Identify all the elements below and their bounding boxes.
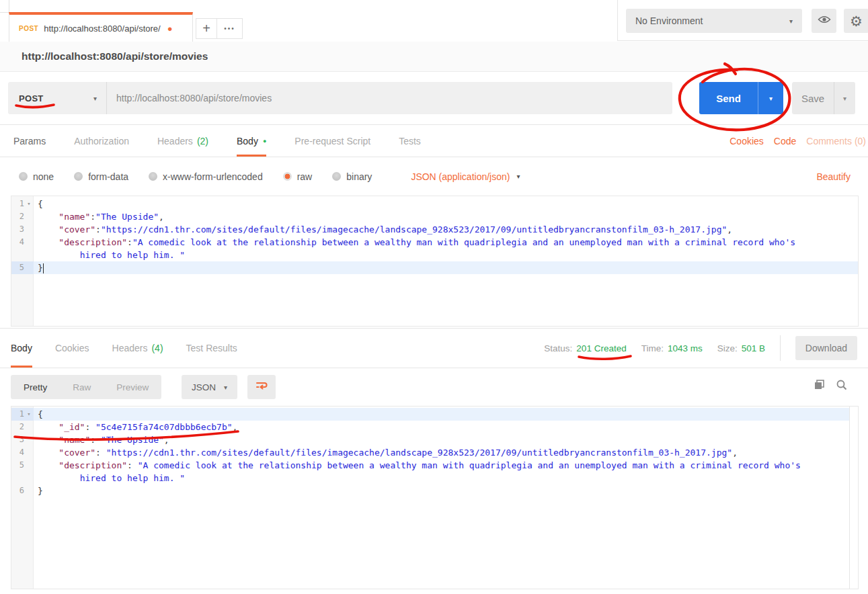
code-line[interactable]: 2 "_id": "5c4e715fa74c07dbbb6ecb7b", xyxy=(11,421,858,433)
code-line[interactable]: 5} xyxy=(11,261,858,274)
body-mode-none[interactable]: none xyxy=(19,171,54,182)
token xyxy=(38,448,58,458)
response-format-selector[interactable]: JSON ▾ xyxy=(182,375,237,399)
token: "A comedic look at the relationship betw… xyxy=(138,460,801,470)
comments-link[interactable]: Comments (0) xyxy=(806,136,866,146)
download-button[interactable]: Download xyxy=(795,336,857,360)
code-link[interactable]: Code xyxy=(774,136,796,146)
window-edge-divider xyxy=(9,0,9,12)
chevron-down-icon: ▾ xyxy=(93,95,97,102)
divider xyxy=(780,335,781,361)
response-tab-headers[interactable]: Headers(4) xyxy=(112,329,163,368)
request-tab-pre-request-script[interactable]: Pre-request Script xyxy=(294,125,370,157)
format-label: JSON xyxy=(192,382,216,392)
cookies-link[interactable]: Cookies xyxy=(729,136,764,146)
code-line[interactable]: 3 "cover":"https://cdn1.thr.com/sites/de… xyxy=(11,223,858,236)
body-mode-label: binary xyxy=(346,171,372,182)
line-gutter: 4 xyxy=(11,236,34,249)
send-options-button[interactable]: ▾ xyxy=(758,82,783,114)
code-line[interactable]: 1▾{ xyxy=(11,408,858,421)
token: hired to help him. " xyxy=(80,250,186,260)
token: hired to help him. " xyxy=(80,473,186,483)
request-tab-tests[interactable]: Tests xyxy=(399,125,421,157)
wrap-lines-button[interactable] xyxy=(247,375,276,399)
response-body-code: 1▾{2 "_id": "5c4e715fa74c07dbbb6ecb7b",3… xyxy=(11,407,858,497)
request-tab[interactable]: POST http://localhost:8080/api/store/ ● xyxy=(9,12,193,42)
response-tab-test-results[interactable]: Test Results xyxy=(186,329,237,368)
code-line[interactable]: 3 "name": "The Upside", xyxy=(11,433,858,446)
token: "5c4e715fa74c07dbbb6ecb7b" xyxy=(95,422,233,432)
code-line[interactable]: 6} xyxy=(11,484,858,497)
token: , xyxy=(233,422,238,432)
request-body-editor[interactable]: 1▾{2 "name":"The Upside",3 "cover":"http… xyxy=(11,196,859,327)
environment-area: No Environment ▾ ⚙ xyxy=(617,0,868,41)
line-number: 4 xyxy=(13,446,24,459)
token xyxy=(38,422,58,432)
response-header: BodyCookiesHeaders(4)Test Results Status… xyxy=(0,328,868,368)
settings-button[interactable]: ⚙ xyxy=(844,9,868,33)
fold-arrow-icon[interactable]: ▾ xyxy=(24,198,34,210)
copy-response-button[interactable] xyxy=(814,379,825,393)
request-tab-authorization[interactable]: Authorization xyxy=(74,125,129,157)
view-raw[interactable]: Raw xyxy=(60,375,104,399)
token: : xyxy=(85,422,95,432)
search-response-button[interactable] xyxy=(836,379,848,394)
save-button[interactable]: Save xyxy=(792,82,834,114)
beautify-link[interactable]: Beautify xyxy=(816,157,851,196)
code-line[interactable]: 1▾{ xyxy=(11,198,858,210)
code-line[interactable]: hired to help him. " xyxy=(11,472,858,484)
token xyxy=(38,212,58,222)
content-type-selector[interactable]: JSON (application/json)▾ xyxy=(411,171,520,182)
environment-quick-look-button[interactable] xyxy=(812,9,836,33)
code-line[interactable]: 4 "description":"A comedic look at the r… xyxy=(11,236,858,249)
token xyxy=(38,224,58,235)
save-options-button[interactable]: ▾ xyxy=(834,82,855,114)
copy-icon xyxy=(814,381,825,392)
time-label: Time: xyxy=(641,343,664,353)
body-mode-raw[interactable]: raw xyxy=(283,171,313,182)
response-tab-body[interactable]: Body xyxy=(11,329,32,368)
send-button[interactable]: Send xyxy=(699,82,758,114)
line-number: 3 xyxy=(13,433,24,446)
code-text: hired to help him. " xyxy=(34,249,858,261)
code-text: "_id": "5c4e715fa74c07dbbb6ecb7b", xyxy=(34,421,858,433)
text-cursor xyxy=(43,263,44,273)
response-tab-cookies[interactable]: Cookies xyxy=(55,329,89,368)
line-number: 2 xyxy=(13,421,24,433)
code-line[interactable]: 5 "description": "A comedic look at the … xyxy=(11,459,858,472)
code-line[interactable]: 2 "name":"The Upside", xyxy=(11,210,858,223)
tab-label: Tests xyxy=(399,136,421,146)
body-mode-x-www-form-urlencoded[interactable]: x-www-form-urlencoded xyxy=(149,171,263,182)
token: , xyxy=(164,435,169,445)
response-body-editor[interactable]: 1▾{2 "_id": "5c4e715fa74c07dbbb6ecb7b",3… xyxy=(11,406,859,589)
url-input[interactable]: http://localhost:8080/api/store/movies xyxy=(106,82,672,114)
line-gutter xyxy=(11,472,34,484)
line-number: 1 xyxy=(13,408,24,421)
request-tab-headers[interactable]: Headers(2) xyxy=(157,125,208,157)
tab-method-label: POST xyxy=(19,25,38,32)
request-links: Cookies Code Comments (0) xyxy=(729,125,866,157)
radio-icon xyxy=(19,172,28,181)
body-mode-form-data[interactable]: form-data xyxy=(74,171,128,182)
fold-arrow-icon[interactable]: ▾ xyxy=(24,408,34,421)
view-pretty[interactable]: Pretty xyxy=(11,375,60,399)
token: , xyxy=(732,448,738,458)
new-tab-button[interactable]: + xyxy=(196,18,217,39)
environment-selector[interactable]: No Environment ▾ xyxy=(626,9,802,33)
code-line[interactable]: hired to help him. " xyxy=(11,249,858,261)
scrollbar[interactable] xyxy=(849,407,858,589)
request-tab-body[interactable]: Body● xyxy=(237,125,266,157)
code-line[interactable]: 4 "cover": "https://cdn1.thr.com/sites/d… xyxy=(11,446,858,459)
size-value: 501 B xyxy=(742,343,765,353)
more-tabs-button[interactable]: ••• xyxy=(216,18,243,39)
view-preview[interactable]: Preview xyxy=(104,375,161,399)
body-mode-binary[interactable]: binary xyxy=(332,171,372,182)
code-text: "name": "The Upside", xyxy=(34,433,858,446)
request-tab-params[interactable]: Params xyxy=(13,125,46,157)
line-gutter: 4 xyxy=(11,446,34,459)
request-tabs-row: ParamsAuthorizationHeaders(2)Body●Pre-re… xyxy=(0,125,868,157)
chevron-down-icon: ▾ xyxy=(789,17,793,25)
line-number: 4 xyxy=(13,236,24,249)
body-mode-radios: noneform-datax-www-form-urlencodedrawbin… xyxy=(19,157,520,196)
method-selector[interactable]: POST ▾ xyxy=(8,82,106,114)
